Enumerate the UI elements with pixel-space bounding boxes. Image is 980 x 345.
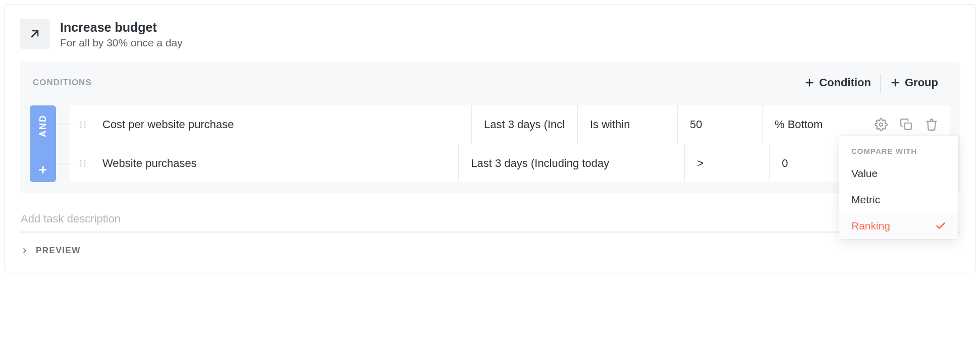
drag-handle[interactable] [70, 144, 95, 182]
joiner-connectors [56, 105, 70, 182]
svg-point-9 [80, 126, 81, 128]
condition-row: Website purchases Last 3 days (Including… [70, 144, 950, 182]
task-type-icon-box [20, 19, 50, 49]
task-subtitle: For all by 30% once a day [60, 37, 183, 49]
metric-value: Website purchases [102, 157, 197, 170]
preview-toggle[interactable]: PREVIEW [20, 244, 960, 258]
conditions-area: AND + Cost per website purchase Last 3 d… [30, 105, 950, 182]
svg-point-7 [80, 124, 81, 125]
preview-label: PREVIEW [36, 246, 81, 256]
compare-with-title: COMPARE WITH [839, 136, 958, 160]
conditions-panel: CONDITIONS Condition Group AND + [20, 62, 960, 193]
chevron-right-icon [21, 247, 29, 255]
value-cell[interactable]: 50 [677, 105, 762, 144]
metric-cell[interactable]: Website purchases [95, 144, 458, 182]
svg-point-13 [80, 160, 81, 161]
compare-option-ranking[interactable]: Ranking [839, 213, 958, 239]
plus-icon: + [39, 163, 47, 177]
copy-icon [900, 118, 913, 131]
svg-line-0 [32, 31, 38, 37]
drag-handle-icon [78, 120, 87, 129]
value-value: 0 [782, 157, 788, 170]
add-group-label: Group [905, 76, 938, 89]
svg-point-5 [80, 121, 81, 123]
plus-icon [804, 77, 815, 88]
operator-cell[interactable]: > [684, 144, 769, 182]
operator-value: > [697, 157, 703, 170]
timeframe-cell[interactable]: Last 3 days (Including today [471, 105, 577, 144]
timeframe-value: Last 3 days (Including today [471, 157, 609, 170]
timeframe-value: Last 3 days (Including today [484, 118, 565, 131]
compare-option-label: Metric [851, 194, 880, 206]
svg-point-10 [84, 126, 85, 128]
svg-rect-12 [905, 123, 911, 130]
plus-icon [890, 77, 901, 88]
svg-point-16 [84, 162, 85, 164]
value-value: 50 [690, 118, 702, 131]
arrow-up-right-icon [29, 28, 41, 40]
conditions-actions: Condition Group [795, 73, 947, 92]
task-header: Increase budget For all by 30% once a da… [20, 19, 960, 49]
compare-option-label: Ranking [851, 220, 890, 232]
svg-point-18 [84, 165, 85, 166]
compare-option-metric[interactable]: Metric [839, 187, 958, 213]
add-group-button[interactable]: Group [881, 73, 947, 92]
svg-point-8 [84, 124, 85, 125]
svg-point-6 [84, 121, 85, 123]
svg-point-11 [880, 123, 883, 127]
condition-rows: Cost per website purchase Last 3 days (I… [70, 105, 950, 182]
metric-cell[interactable]: Cost per website purchase [95, 105, 471, 144]
add-condition-button[interactable]: Condition [795, 73, 880, 92]
trash-icon [925, 118, 938, 131]
drag-handle[interactable] [70, 105, 95, 144]
svg-point-17 [80, 165, 81, 166]
drag-handle-icon [78, 159, 87, 168]
joiner-label: AND [38, 110, 48, 137]
task-header-text: Increase budget For all by 30% once a da… [60, 19, 183, 49]
check-icon [935, 220, 946, 232]
condition-row: Cost per website purchase Last 3 days (I… [70, 105, 950, 144]
conditions-header: CONDITIONS Condition Group [30, 73, 950, 92]
timeframe-cell[interactable]: Last 3 days (Including today [458, 144, 684, 182]
svg-point-15 [80, 162, 81, 164]
metric-value: Cost per website purchase [102, 118, 234, 131]
operator-cell[interactable]: Is within [577, 105, 677, 144]
svg-point-14 [84, 160, 85, 161]
compare-option-value[interactable]: Value [839, 160, 958, 187]
joiner-tab[interactable]: AND + [30, 105, 56, 182]
add-condition-label: Condition [819, 76, 871, 89]
task-title: Increase budget [60, 20, 183, 35]
delete-button[interactable] [923, 116, 940, 133]
settings-button[interactable] [873, 116, 890, 133]
compare-option-label: Value [851, 167, 878, 180]
task-card: Increase budget For all by 30% once a da… [4, 4, 976, 272]
gear-icon [875, 118, 888, 131]
compare-with-popover: COMPARE WITH Value Metric Ranking [839, 136, 958, 239]
task-description-input[interactable] [20, 206, 960, 233]
conditions-label: CONDITIONS [33, 78, 92, 88]
duplicate-button[interactable] [898, 116, 915, 133]
operator-value: Is within [590, 118, 630, 131]
unit-value: % Bottom [775, 118, 823, 131]
